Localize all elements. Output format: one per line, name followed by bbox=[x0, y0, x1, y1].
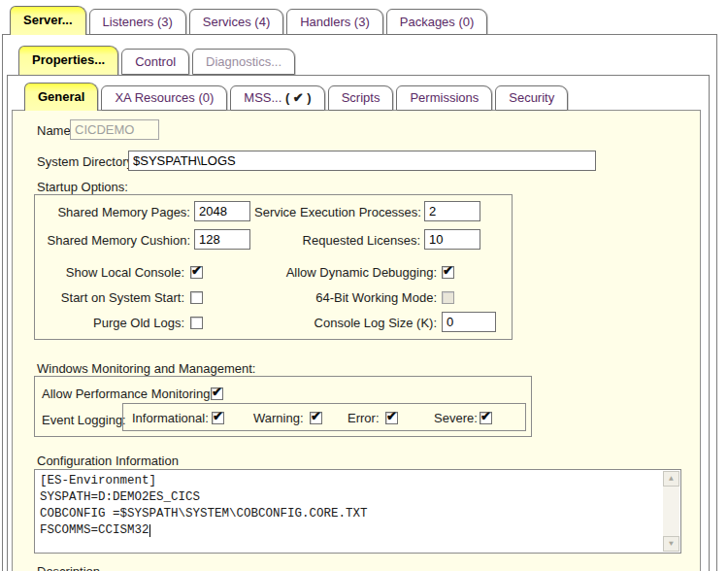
warning-checkbox[interactable] bbox=[310, 412, 322, 424]
tab-mss-label: MSS... bbox=[244, 90, 281, 105]
monitoring-title: Windows Monitoring and Management: bbox=[37, 361, 255, 376]
allow-performance-monitoring-label: Allow Performance Monitoring: bbox=[42, 386, 214, 401]
tab-properties[interactable]: Properties... bbox=[18, 46, 118, 75]
tab-scripts-label: Scripts bbox=[342, 90, 381, 105]
tab-properties-label: Properties... bbox=[32, 52, 105, 67]
configuration-text: [ES-Environment] SYSPATH=D:DEMO2ES_CICS … bbox=[40, 473, 368, 539]
severe-checkbox[interactable] bbox=[480, 412, 492, 424]
tab-xa-resources[interactable]: XA Resources (0) bbox=[101, 85, 227, 111]
severe-label: Severe: bbox=[434, 411, 478, 425]
shared-memory-pages-label: Shared Memory Pages: bbox=[35, 205, 190, 219]
tab-permissions-label: Permissions bbox=[410, 90, 479, 105]
shared-memory-cushion-field[interactable] bbox=[194, 229, 250, 250]
general-tab-bar: General XA Resources (0) MSS... ( ✔ ) Sc… bbox=[24, 83, 571, 111]
start-on-system-start-checkbox[interactable] bbox=[190, 291, 203, 304]
start-on-system-start-label: Start on System Start: bbox=[35, 290, 184, 305]
shared-memory-cushion-label: Shared Memory Cushion: bbox=[35, 233, 190, 248]
properties-tab-bar: Properties... Control Diagnostics... bbox=[18, 46, 298, 75]
tab-server-label: Server... bbox=[23, 13, 73, 27]
tab-handlers-label: Handlers (3) bbox=[300, 15, 370, 29]
mss-check-icon: ( ✔ ) bbox=[281, 90, 311, 105]
tab-listeners[interactable]: Listeners (3) bbox=[89, 9, 186, 35]
server-tab-bar: Server... Listeners (3) Services (4) Han… bbox=[10, 6, 490, 35]
tab-security[interactable]: Security bbox=[495, 85, 568, 111]
tab-diagnostics[interactable]: Diagnostics... bbox=[192, 49, 295, 75]
tab-mss[interactable]: MSS... ( ✔ ) bbox=[230, 85, 324, 111]
allow-performance-monitoring-checkbox[interactable] bbox=[211, 387, 223, 400]
allow-dynamic-debugging-checkbox[interactable] bbox=[442, 266, 454, 279]
tab-packages-label: Packages (0) bbox=[400, 15, 475, 29]
description-label: Description bbox=[37, 564, 100, 571]
name-field[interactable] bbox=[70, 119, 159, 140]
tab-control-label: Control bbox=[135, 54, 176, 69]
config-scrollbar[interactable]: ▲ ▼ bbox=[663, 471, 679, 552]
service-execution-processes-field[interactable] bbox=[424, 201, 480, 221]
service-execution-processes-label: Service Execution Processes: bbox=[254, 205, 420, 219]
requested-licenses-field[interactable] bbox=[424, 229, 480, 250]
event-logging-group: Informational: Warning: Error: Severe: bbox=[122, 403, 526, 431]
warning-label: Warning: bbox=[253, 411, 304, 425]
informational-label: Informational: bbox=[132, 411, 209, 425]
system-directory-label: System Directory: bbox=[37, 154, 137, 169]
error-label: Error: bbox=[347, 411, 380, 425]
tab-xa-resources-label: XA Resources (0) bbox=[115, 90, 214, 105]
system-directory-field[interactable] bbox=[128, 151, 596, 171]
tab-control[interactable]: Control bbox=[121, 49, 189, 75]
name-label: Name: bbox=[37, 123, 74, 138]
properties-panel: General XA Resources (0) MSS... ( ✔ ) Sc… bbox=[7, 75, 710, 571]
show-local-console-label: Show Local Console: bbox=[35, 265, 184, 280]
shared-memory-pages-field[interactable] bbox=[194, 201, 250, 221]
tab-server[interactable]: Server... bbox=[10, 6, 86, 35]
allow-dynamic-debugging-label: Allow Dynamic Debugging: bbox=[258, 265, 437, 280]
tab-diagnostics-label: Diagnostics... bbox=[206, 54, 281, 69]
general-panel: Name: System Directory: Startup Options:… bbox=[12, 110, 701, 571]
text-caret bbox=[149, 524, 150, 537]
requested-licenses-label: Requested Licenses: bbox=[254, 233, 420, 248]
scroll-down-icon[interactable]: ▼ bbox=[663, 536, 679, 552]
configuration-information-label: Configuration Information bbox=[37, 453, 179, 468]
purge-old-logs-checkbox[interactable] bbox=[190, 317, 203, 329]
64bit-working-mode-checkbox bbox=[442, 291, 454, 304]
tab-general[interactable]: General bbox=[24, 83, 98, 111]
server-panel: Properties... Control Diagnostics... Gen… bbox=[2, 34, 717, 571]
tab-general-label: General bbox=[38, 89, 84, 104]
monitoring-group: Allow Performance Monitoring: Event Logg… bbox=[34, 376, 532, 437]
console-log-size-field[interactable] bbox=[442, 312, 496, 332]
tab-services-label: Services (4) bbox=[203, 15, 270, 29]
tab-handlers[interactable]: Handlers (3) bbox=[286, 9, 383, 35]
tab-packages[interactable]: Packages (0) bbox=[386, 9, 488, 35]
scroll-up-icon[interactable]: ▲ bbox=[663, 471, 679, 487]
startup-options-group: Shared Memory Pages: Service Execution P… bbox=[34, 194, 513, 340]
tab-listeners-label: Listeners (3) bbox=[103, 15, 173, 29]
purge-old-logs-label: Purge Old Logs: bbox=[35, 316, 184, 330]
show-local-console-checkbox[interactable] bbox=[190, 266, 203, 279]
tab-security-label: Security bbox=[509, 90, 554, 105]
console-log-size-label: Console Log Size (K): bbox=[258, 316, 437, 330]
configuration-information-textarea[interactable]: [ES-Environment] SYSPATH=D:DEMO2ES_CICS … bbox=[34, 469, 681, 554]
64bit-working-mode-label: 64-Bit Working Mode: bbox=[258, 290, 437, 305]
tab-permissions[interactable]: Permissions bbox=[396, 85, 492, 111]
tab-scripts[interactable]: Scripts bbox=[328, 85, 394, 111]
tab-services[interactable]: Services (4) bbox=[189, 9, 283, 35]
startup-options-title: Startup Options: bbox=[37, 180, 128, 194]
error-checkbox[interactable] bbox=[385, 412, 398, 424]
event-logging-label: Event Logging: bbox=[42, 413, 126, 427]
informational-checkbox[interactable] bbox=[212, 412, 224, 424]
